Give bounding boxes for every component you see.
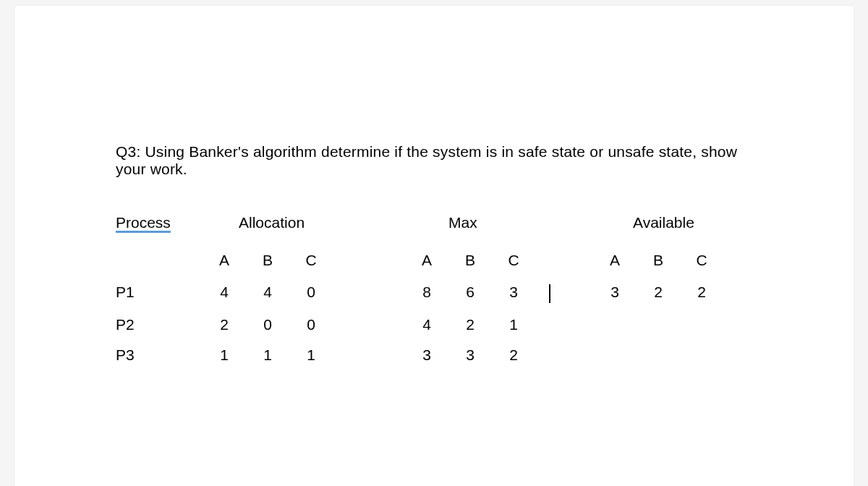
process-name: P3	[116, 346, 203, 364]
cell: 4	[246, 284, 289, 301]
cell: 2	[680, 284, 723, 301]
bankers-table: Process Allocation Max Available A B C A…	[116, 214, 752, 364]
cell: 1	[203, 346, 246, 364]
cell: 3	[448, 346, 492, 364]
resource-header-row: A B C A B C A B C	[116, 252, 752, 269]
cell: 2	[492, 346, 535, 364]
table-row: P1 4 4 0 8 6 3 3 2 2	[116, 282, 752, 303]
cell: 0	[289, 284, 333, 301]
max-header: Max	[405, 214, 593, 231]
cell: 2	[203, 316, 246, 333]
process-header: Process	[116, 214, 203, 231]
cell: 1	[492, 316, 535, 333]
avail-col-c: C	[680, 252, 723, 269]
cell: 2	[637, 284, 680, 301]
max-col-c: C	[492, 252, 535, 269]
process-name: P2	[116, 316, 203, 333]
max-col-b: B	[448, 252, 492, 269]
question-text: Q3: Using Banker's algorithm determine i…	[116, 143, 752, 178]
table-row: P3 1 1 1 3 3 2	[116, 346, 752, 364]
cell: 3	[492, 284, 535, 301]
cell: 6	[448, 284, 492, 301]
avail-col-b: B	[637, 252, 680, 269]
cell: 4	[203, 284, 246, 301]
table-row: P2 2 0 0 4 2 1	[116, 316, 752, 333]
max-col-a: A	[405, 252, 448, 269]
cell: 0	[246, 316, 289, 333]
gap	[535, 252, 593, 269]
cell: 3	[405, 346, 448, 364]
cell: 8	[405, 284, 448, 301]
cell: 1	[246, 346, 289, 364]
empty-cell	[116, 252, 203, 269]
allocation-header: Allocation	[203, 214, 405, 231]
alloc-col-b: B	[246, 252, 289, 269]
cell: 4	[405, 316, 448, 333]
alloc-col-a: A	[203, 252, 246, 269]
main-header-row: Process Allocation Max Available	[116, 214, 752, 231]
cursor-marker	[535, 282, 564, 303]
cell: 0	[289, 316, 333, 333]
gap	[333, 252, 405, 269]
document-page: Q3: Using Banker's algorithm determine i…	[14, 6, 854, 486]
available-header: Available	[593, 214, 738, 231]
alloc-col-c: C	[289, 252, 333, 269]
cell: 3	[593, 284, 637, 301]
cell: 2	[448, 316, 492, 333]
process-name: P1	[116, 284, 203, 301]
avail-col-a: A	[593, 252, 637, 269]
cell: 1	[289, 346, 333, 364]
